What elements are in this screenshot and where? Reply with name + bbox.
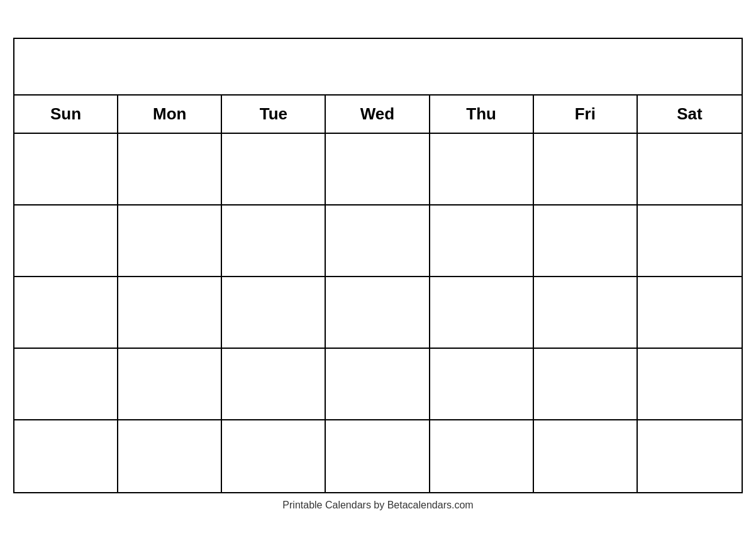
cell-w2-thu[interactable] [430, 206, 534, 276]
day-header-row: Sun Mon Tue Wed Thu Fri Sat [14, 96, 742, 134]
cell-w1-wed[interactable] [326, 134, 430, 204]
cell-w5-tue[interactable] [222, 420, 326, 492]
cell-w5-sat[interactable] [638, 420, 742, 492]
calendar-container: Sun Mon Tue Wed Thu Fri Sat [13, 38, 743, 493]
cell-w2-fri[interactable] [534, 206, 638, 276]
cell-w1-sun[interactable] [14, 134, 118, 204]
header-wed: Wed [326, 96, 430, 133]
cell-w4-fri[interactable] [534, 349, 638, 419]
cell-w3-sat[interactable] [638, 277, 742, 348]
calendar-title-row [14, 39, 742, 96]
header-sun: Sun [14, 96, 118, 133]
calendar-week-4 [14, 349, 742, 420]
calendar-week-1 [14, 134, 742, 206]
cell-w1-tue[interactable] [222, 134, 326, 204]
cell-w3-fri[interactable] [534, 277, 638, 348]
cell-w5-wed[interactable] [326, 420, 430, 492]
cell-w3-sun[interactable] [14, 277, 118, 348]
cell-w3-tue[interactable] [222, 277, 326, 348]
calendar-week-5 [14, 420, 742, 492]
cell-w2-tue[interactable] [222, 206, 326, 276]
calendar-week-3 [14, 277, 742, 349]
cell-w1-mon[interactable] [118, 134, 222, 204]
cell-w4-thu[interactable] [430, 349, 534, 419]
cell-w3-mon[interactable] [118, 277, 222, 348]
cell-w5-mon[interactable] [118, 420, 222, 492]
cell-w4-wed[interactable] [326, 349, 430, 419]
header-thu: Thu [430, 96, 534, 133]
cell-w3-wed[interactable] [326, 277, 430, 348]
cell-w2-mon[interactable] [118, 206, 222, 276]
cell-w1-thu[interactable] [430, 134, 534, 204]
cell-w4-sat[interactable] [638, 349, 742, 419]
cell-w1-fri[interactable] [534, 134, 638, 204]
cell-w2-wed[interactable] [326, 206, 430, 276]
cell-w5-thu[interactable] [430, 420, 534, 492]
header-fri: Fri [534, 96, 638, 133]
cell-w2-sun[interactable] [14, 206, 118, 276]
cell-w4-tue[interactable] [222, 349, 326, 419]
cell-w5-fri[interactable] [534, 420, 638, 492]
header-mon: Mon [118, 96, 222, 133]
calendar-week-2 [14, 206, 742, 277]
calendar-body [14, 134, 742, 492]
cell-w2-sat[interactable] [638, 206, 742, 276]
calendar-wrapper: Sun Mon Tue Wed Thu Fri Sat [13, 38, 743, 511]
cell-w1-sat[interactable] [638, 134, 742, 204]
footer-text: Printable Calendars by Betacalendars.com [13, 500, 743, 511]
cell-w3-thu[interactable] [430, 277, 534, 348]
header-sat: Sat [638, 96, 742, 133]
cell-w4-sun[interactable] [14, 349, 118, 419]
cell-w4-mon[interactable] [118, 349, 222, 419]
header-tue: Tue [222, 96, 326, 133]
cell-w5-sun[interactable] [14, 420, 118, 492]
